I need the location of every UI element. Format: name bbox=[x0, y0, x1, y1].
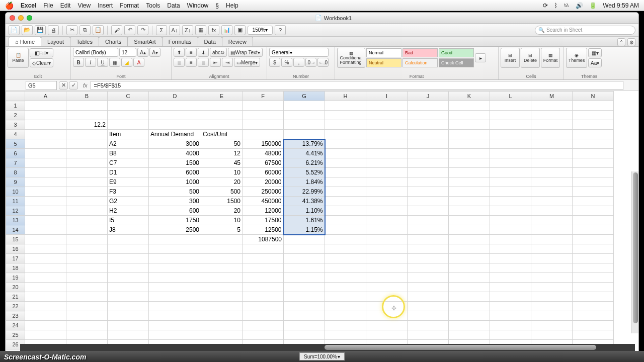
row-header-15[interactable]: 15 bbox=[6, 235, 25, 244]
help-button[interactable]: ? bbox=[275, 25, 286, 35]
cell-G7[interactable]: 6.21% bbox=[284, 158, 325, 168]
cell-B6[interactable] bbox=[66, 149, 108, 158]
cell-N11[interactable] bbox=[573, 197, 614, 206]
cell-H18[interactable] bbox=[325, 263, 366, 273]
cell-L7[interactable] bbox=[490, 158, 531, 168]
cell-B23[interactable] bbox=[66, 311, 108, 321]
col-header-B[interactable]: B bbox=[66, 92, 108, 101]
cell-B20[interactable] bbox=[66, 283, 108, 292]
cell-C16[interactable] bbox=[108, 244, 149, 254]
cell-F8[interactable]: 60000 bbox=[243, 168, 284, 177]
cell-F5[interactable]: 150000 bbox=[243, 139, 284, 149]
col-header-D[interactable]: D bbox=[149, 92, 201, 101]
cell-J20[interactable] bbox=[408, 283, 449, 292]
chart-button[interactable]: 📊 bbox=[221, 25, 232, 35]
cell-M18[interactable] bbox=[531, 263, 573, 273]
cell-C7[interactable]: C7 bbox=[108, 158, 149, 168]
cell-N25[interactable] bbox=[573, 330, 614, 340]
cell-F19[interactable] bbox=[243, 273, 284, 283]
col-header-L[interactable]: L bbox=[490, 92, 531, 101]
cell-L16[interactable] bbox=[490, 244, 531, 254]
cell-L11[interactable] bbox=[490, 197, 531, 206]
cell-G19[interactable] bbox=[284, 273, 325, 283]
cell-B1[interactable] bbox=[66, 101, 108, 111]
cell-L5[interactable] bbox=[490, 139, 531, 149]
row-header-11[interactable]: 11 bbox=[6, 197, 25, 206]
grow-font-button[interactable]: A▴ bbox=[137, 48, 148, 57]
cell-D23[interactable] bbox=[149, 311, 201, 321]
cell-J3[interactable] bbox=[408, 120, 449, 130]
cell-L15[interactable] bbox=[490, 235, 531, 244]
cell-F25[interactable] bbox=[243, 330, 284, 340]
cell-H17[interactable] bbox=[325, 254, 366, 263]
cell-H24[interactable] bbox=[325, 321, 366, 330]
cell-N1[interactable] bbox=[573, 101, 614, 111]
cell-F24[interactable] bbox=[243, 321, 284, 330]
cell-L14[interactable] bbox=[490, 225, 531, 235]
cell-E5[interactable]: 50 bbox=[201, 139, 243, 149]
cell-D2[interactable] bbox=[149, 111, 201, 120]
cell-K4[interactable] bbox=[449, 130, 490, 139]
cut-button[interactable]: ✂ bbox=[66, 25, 77, 35]
cell-H7[interactable] bbox=[325, 158, 366, 168]
cell-K21[interactable] bbox=[449, 292, 490, 302]
cell-K20[interactable] bbox=[449, 283, 490, 292]
cell-I5[interactable] bbox=[366, 139, 408, 149]
font-color-button[interactable]: A bbox=[133, 58, 144, 67]
cell-L20[interactable] bbox=[490, 283, 531, 292]
sync-icon[interactable]: ⟳ bbox=[543, 2, 548, 9]
cell-M17[interactable] bbox=[531, 254, 573, 263]
menu-file[interactable]: File bbox=[43, 2, 53, 9]
cell-K11[interactable] bbox=[449, 197, 490, 206]
cell-E1[interactable] bbox=[201, 101, 243, 111]
col-header-C[interactable]: C bbox=[108, 92, 149, 101]
cell-C3[interactable] bbox=[108, 120, 149, 130]
cell-E16[interactable] bbox=[201, 244, 243, 254]
align-right-button[interactable]: ≣ bbox=[198, 58, 209, 67]
spreadsheet-grid[interactable]: ABCDEFGHIJKLMN12312.24ItemAnnual DemandC… bbox=[6, 91, 638, 353]
cell-M23[interactable] bbox=[531, 311, 573, 321]
cell-A10[interactable] bbox=[25, 187, 66, 197]
cell-A11[interactable] bbox=[25, 197, 66, 206]
cell-D18[interactable] bbox=[149, 263, 201, 273]
style-good[interactable]: Good bbox=[439, 48, 474, 57]
conditional-formatting-button[interactable]: ▦Conditional Formatting bbox=[337, 48, 365, 68]
horizontal-scrollbar[interactable] bbox=[20, 344, 635, 351]
menu-window[interactable]: Window bbox=[187, 2, 209, 9]
cell-N10[interactable] bbox=[573, 187, 614, 197]
cell-I20[interactable] bbox=[366, 283, 408, 292]
percent-button[interactable]: % bbox=[281, 58, 292, 67]
cell-B9[interactable] bbox=[66, 177, 108, 187]
cell-E3[interactable] bbox=[201, 120, 243, 130]
cell-J21[interactable] bbox=[408, 292, 449, 302]
cell-A15[interactable] bbox=[25, 235, 66, 244]
bold-button[interactable]: B bbox=[73, 58, 84, 67]
cell-E24[interactable] bbox=[201, 321, 243, 330]
col-header-N[interactable]: N bbox=[573, 92, 614, 101]
cell-D16[interactable] bbox=[149, 244, 201, 254]
menu-insert[interactable]: Insert bbox=[98, 2, 113, 9]
cell-M13[interactable] bbox=[531, 216, 573, 225]
col-header-H[interactable]: H bbox=[325, 92, 366, 101]
cell-C21[interactable] bbox=[108, 292, 149, 302]
cell-C19[interactable] bbox=[108, 273, 149, 283]
shrink-font-button[interactable]: A▾ bbox=[149, 48, 160, 57]
row-header-24[interactable]: 24 bbox=[6, 321, 25, 330]
cell-B11[interactable] bbox=[66, 197, 108, 206]
cell-A19[interactable] bbox=[25, 273, 66, 283]
script-icon[interactable]: § bbox=[215, 2, 219, 9]
cell-E21[interactable] bbox=[201, 292, 243, 302]
cell-D22[interactable] bbox=[149, 302, 201, 311]
cell-G6[interactable]: 4.41% bbox=[284, 149, 325, 158]
cell-D13[interactable]: 1750 bbox=[149, 216, 201, 225]
cell-N5[interactable] bbox=[573, 139, 614, 149]
cell-A7[interactable] bbox=[25, 158, 66, 168]
cell-J5[interactable] bbox=[408, 139, 449, 149]
cell-F3[interactable] bbox=[243, 120, 284, 130]
cell-M22[interactable] bbox=[531, 302, 573, 311]
cell-I12[interactable] bbox=[366, 206, 408, 216]
cell-A14[interactable] bbox=[25, 225, 66, 235]
formula-input[interactable]: =F5/$F$15 bbox=[91, 81, 623, 90]
cell-B12[interactable] bbox=[66, 206, 108, 216]
cell-B25[interactable] bbox=[66, 330, 108, 340]
